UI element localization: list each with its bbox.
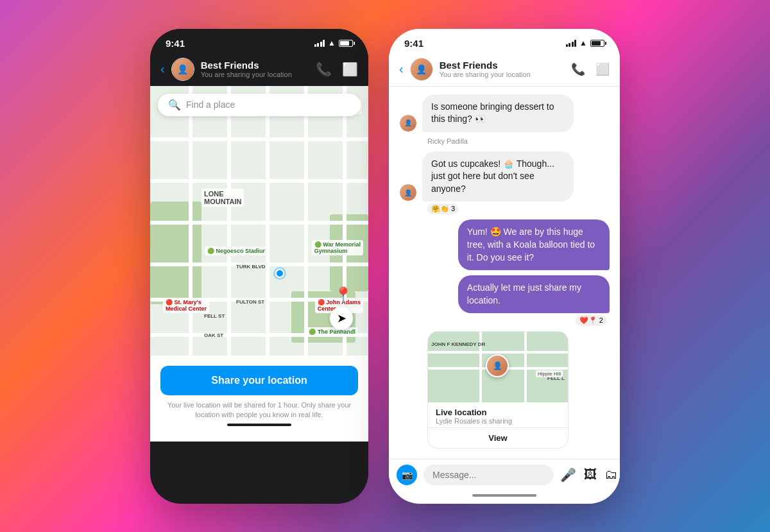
header-actions-right: 📞 ⬜ [571,62,610,76]
map-search[interactable]: 🔍 Find a place [158,94,361,116]
message-text-3: Yum! 🤩 We are by this huge tree, with a … [467,227,595,262]
wifi-icon-right: ▲ [579,39,587,47]
gallery-icon[interactable]: 🖼 [584,467,597,483]
live-location-sub: Lydie Rosales is sharing [436,417,560,425]
video-icon-right[interactable]: ⬜ [595,62,610,76]
home-bar-left [227,424,291,426]
home-bar-right [472,494,536,497]
map-label-medical: 🔴 St. Mary'sMedical Center [163,298,209,313]
bubble-3: Yum! 🤩 We are by this huge tree, with a … [458,219,610,270]
bubble-4: Actually let me just share my location. [458,275,610,313]
park-area-1 [150,202,201,304]
phone-icon-right[interactable]: 📞 [571,62,585,76]
map-background: Raoul WallenbergHigh School ⬡ LONEMOUNTA… [150,86,368,356]
map-label-oak: OAK ST [201,331,226,339]
sender-name-ricky: Ricky Padilla [427,137,610,145]
header-info-left: Best Friends You are sharing your locati… [201,60,309,78]
bubble-1: Is someone bringing dessert to this thin… [422,94,574,132]
chat-input-bar: 📷 🎤 🖼 🗂 [389,459,620,490]
back-button-left[interactable]: ‹ [160,62,165,76]
map-container: Raoul WallenbergHigh School ⬡ LONEMOUNTA… [150,86,368,356]
time-right: 9:41 [404,38,424,49]
map-nav-button[interactable]: ➤ [330,307,353,330]
location-bottom: Share your location Your live location w… [150,356,368,442]
street-v2 [227,86,231,356]
chat-header-right: ‹ 👤 Best Friends You are sharing your lo… [389,53,620,87]
message-1: 👤 Is someone bringing dessert to this th… [399,94,610,132]
view-button[interactable]: View [428,427,568,448]
map-label-stadium: 🟢 Negoesco Stadiur [205,246,268,255]
avatar-ricky-2: 👤 [399,184,417,202]
video-icon-left[interactable]: ⬜ [342,62,358,77]
map-label-fell: FELL ST [201,312,227,320]
user-location-dot [275,269,284,278]
phone-icon-left[interactable]: 📞 [316,62,332,77]
map-label-lone-mountain: LONEMOUNTAIN [201,189,244,207]
status-bar-right: 9:41 ▲ [389,29,620,53]
live-location-info: Live location Lydie Rosales is sharing [428,402,568,427]
phone-right: 9:41 ▲ ‹ 👤 Best Friends [389,29,620,504]
wifi-icon: ▲ [328,39,336,47]
street-h1 [150,137,368,141]
back-button-right[interactable]: ‹ [399,62,404,76]
message-text-2: Got us cupcakes! 🧁 Though... just got he… [431,159,554,194]
street-v4 [304,86,308,356]
message-input[interactable] [424,465,554,485]
chat-header-left: ‹ 👤 Best Friends You are sharing your lo… [150,53,368,86]
reactions-4: ❤️📍 2 [399,315,607,326]
live-location-card: JOHN F KENNEDY DR FELL L 👤 Hippie Hill L… [427,331,569,449]
message-2: 👤 Got us cupcakes! 🧁 Though... just got … [399,151,610,215]
signal-icon [314,39,325,47]
mic-icon[interactable]: 🎤 [560,467,576,483]
map-street-label-1: JOHN F KENNEDY DR [431,341,485,347]
street-h3 [150,221,368,225]
chat-messages: 👤 Is someone bringing dessert to this th… [389,87,620,459]
message-3: Yum! 🤩 We are by this huge tree, with a … [399,219,610,270]
message-text-1: Is someone bringing dessert to this thin… [431,101,554,124]
map-label-hippie: Hippie Hill [536,370,563,377]
sharing-status-left: You are sharing your location [201,71,309,78]
group-name-left: Best Friends [201,60,309,71]
header-info-right: Best Friends You are sharing your locati… [440,60,565,78]
avatar-right: 👤 [410,58,433,81]
reaction-badge-2: 🤗👏 3 [427,203,459,214]
header-actions-left: 📞 ⬜ [316,62,358,77]
phone-left: 9:41 ▲ ‹ 👤 Best Friends [150,29,368,504]
battery-icon-right [590,40,604,47]
map-label-fulton: FULTON ST [234,298,267,306]
street-v1 [189,86,193,356]
battery-icon [339,40,353,47]
time-left: 9:41 [166,38,185,49]
signal-icon-right [566,39,577,47]
input-icons: 🎤 🖼 🗂 [560,467,617,483]
phones-container: 9:41 ▲ ‹ 👤 Best Friends [0,0,770,532]
message-4: Actually let me just share my location. … [399,275,610,326]
bubble-2: Got us cupcakes! 🧁 Though... just got he… [422,151,574,202]
live-map-preview: JOHN F KENNEDY DR FELL L 👤 Hippie Hill [428,332,568,402]
avatar-ricky-1: 👤 [399,114,417,132]
live-location-title: Live location [436,408,560,417]
avatar-left: 👤 [171,58,194,81]
reaction-badge-4: ❤️📍 2 [576,315,607,326]
group-name-right: Best Friends [440,60,565,71]
map-label-gymnasium: 🟢 War MemorialGymnasium [312,240,363,255]
status-icons-left: ▲ [314,39,353,47]
share-location-button[interactable]: Share your location [160,366,358,395]
map-label-panhandle: 🟢 The Panhandl [306,327,358,336]
camera-button[interactable]: 📷 [397,465,417,485]
map-pin-icon[interactable]: 📍 [334,286,353,304]
street-h2 [150,179,368,183]
sharing-status-right: You are sharing your location [440,71,565,78]
map-label-turk: TURK BLVD [234,262,268,271]
status-bar-left: 9:41 ▲ [150,29,368,53]
reactions-2: 🤗👏 3 [427,203,610,214]
status-icons-right: ▲ [566,39,604,47]
message-text-4: Actually let me just share my location. [467,282,581,305]
location-disclaimer: Your live location will be shared for 1 … [160,400,358,420]
search-icon-map: 🔍 [168,99,181,111]
street-v3 [266,86,270,356]
search-placeholder: Find a place [186,99,235,110]
sticker-icon[interactable]: 🗂 [604,467,617,483]
